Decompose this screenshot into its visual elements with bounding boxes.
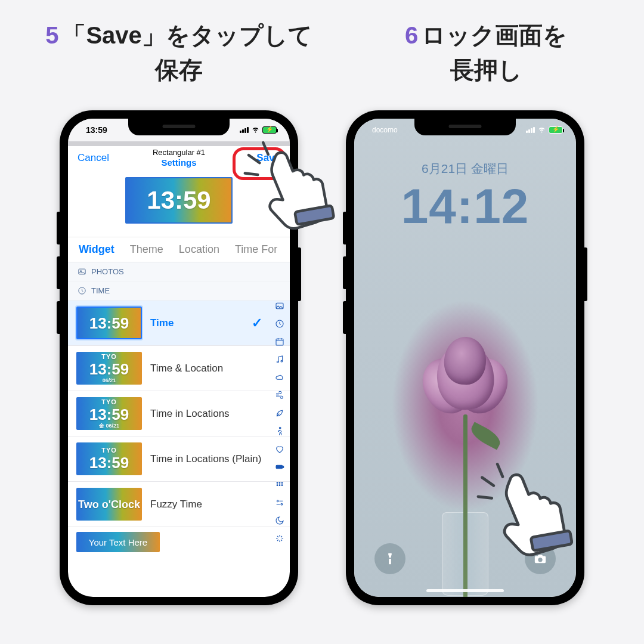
svg-line-23 bbox=[478, 493, 492, 501]
clock-icon bbox=[78, 286, 86, 295]
section-time[interactable]: TIME bbox=[68, 281, 290, 301]
svg-line-20 bbox=[249, 153, 259, 165]
option-time-thumb: 13:59 bbox=[76, 306, 142, 339]
status-time: 13:59 bbox=[86, 125, 107, 135]
rail-calendar-icon bbox=[274, 336, 285, 347]
rail-sliders-icon bbox=[274, 497, 285, 508]
signal-icon bbox=[526, 127, 535, 133]
option-time-locations-label: Time in Locations bbox=[150, 407, 230, 420]
tab-theme[interactable]: Theme bbox=[130, 243, 163, 256]
settings-link[interactable]: Settings bbox=[153, 157, 205, 168]
modal-title: Rectangular #1 bbox=[153, 148, 205, 157]
status-icons bbox=[526, 125, 563, 135]
rail-wind-icon bbox=[274, 390, 285, 401]
step6-number: 6 bbox=[405, 22, 418, 48]
svg-rect-9 bbox=[276, 465, 283, 468]
carrier-label: docomo bbox=[372, 126, 398, 134]
thumb-tyo: TYO bbox=[101, 399, 117, 405]
option-fuzzy-label: Fuzzy Time bbox=[150, 498, 202, 510]
option-time-locations-thumb: TYO 13:59 金 06/21 bbox=[76, 397, 142, 430]
option-time-locations[interactable]: TYO 13:59 金 06/21 Time in Locations bbox=[68, 391, 290, 436]
thumb-tyo: TYO bbox=[101, 354, 117, 360]
option-time-locations-plain-label: Time in Locations (Plain) bbox=[150, 453, 261, 465]
option-fuzzy-thumb: Two o'Clock bbox=[76, 488, 142, 521]
svg-point-7 bbox=[281, 360, 283, 362]
svg-point-11 bbox=[277, 482, 278, 484]
svg-line-24 bbox=[482, 475, 493, 488]
option-time-locations-plain[interactable]: TYO 13:59 Time in Locations (Plain) bbox=[68, 436, 290, 482]
section-photos[interactable]: PHOTOS bbox=[68, 262, 290, 281]
rail-leaf-icon bbox=[274, 408, 285, 419]
section-photos-label: PHOTOS bbox=[91, 267, 124, 276]
tab-timeformat[interactable]: Time For bbox=[235, 243, 277, 256]
rail-heart-icon bbox=[274, 444, 285, 454]
rail-sparkle-icon bbox=[274, 533, 285, 544]
svg-rect-5 bbox=[276, 339, 283, 345]
wifi-icon bbox=[537, 125, 546, 135]
step5-caption: 5「Save」をタップして 保存 bbox=[36, 18, 322, 87]
rail-photos-icon bbox=[274, 301, 285, 311]
svg-line-21 bbox=[263, 142, 268, 154]
step5-line1: 「Save」をタップして bbox=[62, 22, 312, 48]
svg-point-17 bbox=[277, 500, 278, 502]
category-scrubber[interactable] bbox=[273, 297, 286, 547]
tab-widget[interactable]: Widget bbox=[79, 243, 114, 256]
svg-point-16 bbox=[281, 485, 283, 486]
thumb-time: 13:59 bbox=[89, 455, 129, 470]
wifi-icon bbox=[251, 125, 260, 135]
svg-line-19 bbox=[245, 169, 258, 178]
svg-point-18 bbox=[281, 503, 283, 505]
rail-clock-icon bbox=[274, 318, 285, 329]
rail-moon-icon bbox=[274, 515, 285, 526]
step6-line1: ロック画面を bbox=[422, 22, 567, 48]
option-time-locations-plain-thumb: TYO 13:59 bbox=[76, 442, 142, 475]
option-time-location-thumb: TYO 13:59 06/21 bbox=[76, 352, 142, 385]
rail-battery-icon bbox=[274, 462, 285, 472]
option-time-location-label: Time & Location bbox=[150, 362, 223, 374]
svg-point-15 bbox=[279, 485, 280, 486]
status-icons bbox=[240, 125, 277, 135]
battery-charging-icon bbox=[262, 126, 277, 134]
segment-tabs: Widget Theme Location Time For bbox=[68, 237, 290, 262]
option-time[interactable]: 13:59 Time ✓ bbox=[68, 301, 290, 346]
home-indicator[interactable] bbox=[426, 589, 504, 592]
tab-location[interactable]: Location bbox=[179, 243, 219, 256]
peek-thumb: Your Text Here bbox=[76, 532, 160, 552]
rail-music-icon bbox=[274, 354, 285, 365]
option-time-location[interactable]: TYO 13:59 06/21 Time & Location bbox=[68, 346, 290, 391]
preview-tile: 13:59 bbox=[125, 177, 233, 224]
svg-line-25 bbox=[497, 464, 503, 477]
battery-charging-icon bbox=[549, 126, 563, 134]
phone-notch bbox=[128, 119, 230, 135]
thumb-day: 金 bbox=[99, 423, 104, 429]
cancel-button[interactable]: Cancel bbox=[78, 152, 109, 164]
photos-icon bbox=[78, 267, 86, 276]
step5-line2: 保存 bbox=[155, 57, 203, 83]
thumb-time: 13:59 bbox=[89, 361, 129, 377]
step6-caption: 6ロック画面を 長押し bbox=[358, 18, 614, 87]
svg-rect-10 bbox=[283, 466, 283, 468]
step6-line2: 長押し bbox=[450, 57, 522, 83]
thumb-time: 13:59 bbox=[89, 407, 129, 422]
svg-point-6 bbox=[277, 361, 278, 363]
thumb-tyo: TYO bbox=[101, 447, 117, 454]
signal-icon bbox=[240, 127, 249, 133]
lock-time: 14:12 bbox=[354, 178, 576, 234]
rail-weather-icon bbox=[274, 372, 285, 383]
option-peek: Your Text Here bbox=[68, 527, 290, 552]
thumb-date: 06/21 bbox=[106, 423, 119, 429]
rail-grid-icon bbox=[274, 479, 285, 490]
svg-point-13 bbox=[281, 482, 283, 484]
thumb-date: 06/21 bbox=[103, 378, 116, 383]
svg-point-12 bbox=[279, 482, 280, 484]
section-time-label: TIME bbox=[91, 286, 110, 295]
step5-number: 5 bbox=[45, 22, 58, 48]
option-fuzzy-time[interactable]: Two o'Clock Fuzzy Time bbox=[68, 482, 290, 527]
svg-point-8 bbox=[279, 427, 281, 429]
flashlight-button[interactable] bbox=[374, 543, 405, 574]
svg-point-14 bbox=[277, 485, 278, 486]
phone-notch bbox=[414, 119, 516, 135]
lock-date: 6月21日 金曜日 bbox=[354, 160, 576, 177]
option-time-label: Time bbox=[150, 317, 174, 329]
checkmark-icon: ✓ bbox=[252, 315, 266, 331]
